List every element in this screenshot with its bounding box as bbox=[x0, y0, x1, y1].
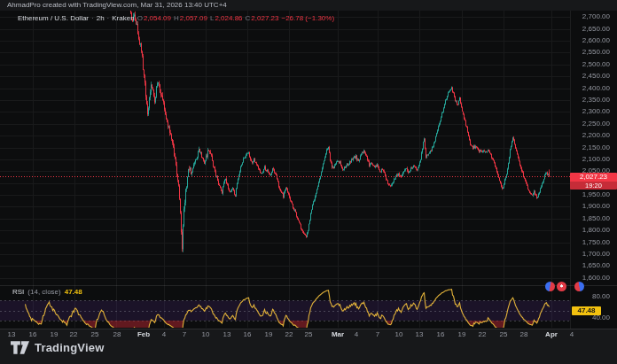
symbol-title: Ethereum / U.S. Dollar bbox=[18, 14, 89, 22]
time-axis-label: 10 bbox=[395, 330, 403, 338]
watermark-attribution: AhmadPro created with TradingView.com, M… bbox=[7, 1, 227, 9]
time-axis-label: 4 bbox=[355, 330, 358, 338]
time-axis-label: 7 bbox=[183, 330, 186, 338]
time-axis-label: 13 bbox=[416, 330, 424, 338]
time-axis-label: 28 bbox=[520, 330, 528, 338]
time-axis-label: 16 bbox=[437, 330, 445, 338]
axis-separator bbox=[0, 329, 617, 329]
tradingview-logo-icon bbox=[11, 341, 29, 354]
rsi-value-label: 47.48 bbox=[572, 306, 601, 315]
time-axis[interactable]: 131619222528Feb47101316192225Mar47101316… bbox=[0, 0, 617, 364]
time-axis-label: 7 bbox=[376, 330, 379, 338]
reaction-icons[interactable] bbox=[545, 282, 584, 291]
time-axis-label: 28 bbox=[113, 330, 121, 338]
close-value: C2,027.23 bbox=[246, 14, 279, 22]
time-axis-label: 25 bbox=[500, 330, 508, 338]
last-price-label: 2,027.23 19:20 bbox=[570, 173, 617, 190]
time-axis-label: 13 bbox=[8, 330, 16, 338]
time-axis-label: 25 bbox=[91, 330, 99, 338]
pane-separator[interactable] bbox=[0, 285, 617, 286]
reaction-red-blue-icon[interactable] bbox=[574, 282, 584, 291]
reaction-red-dot-icon[interactable] bbox=[557, 282, 566, 291]
low-value: L2,024.86 bbox=[210, 14, 243, 22]
rsi-indicator-legend[interactable]: RSI (14, close) 47.48 bbox=[12, 288, 82, 296]
time-axis-label: 22 bbox=[479, 330, 487, 338]
rsi-title: RSI bbox=[12, 288, 24, 296]
time-axis-label: 13 bbox=[223, 330, 231, 338]
last-price-value: 2,027.23 bbox=[570, 173, 617, 182]
interval-label: 2h bbox=[97, 14, 105, 22]
time-axis-label: 19 bbox=[51, 330, 59, 338]
rsi-current-value: 47.48 bbox=[65, 288, 82, 296]
time-axis-label: 22 bbox=[70, 330, 78, 338]
time-axis-label: 25 bbox=[305, 330, 313, 338]
legend-separator: · bbox=[107, 14, 110, 22]
time-axis-label: Mar bbox=[332, 330, 344, 338]
time-axis-label: 22 bbox=[285, 330, 293, 338]
tradingview-snapshot: AhmadPro created with TradingView.com, M… bbox=[0, 0, 617, 364]
exchange-label: Kraken bbox=[112, 14, 134, 22]
time-axis-label: Apr bbox=[545, 330, 558, 338]
tradingview-logo-text: TradingView bbox=[35, 341, 105, 354]
time-axis-label: 4 bbox=[162, 330, 166, 338]
rsi-scale-label-80: 80.00 bbox=[571, 292, 615, 300]
change-value: −26.78 (−1.30%) bbox=[281, 14, 334, 22]
time-axis-label: 16 bbox=[29, 330, 37, 338]
time-axis-label: 10 bbox=[202, 330, 210, 338]
bar-countdown: 19:20 bbox=[570, 182, 617, 190]
time-axis-label: 16 bbox=[244, 330, 252, 338]
reaction-blue-red-icon[interactable] bbox=[545, 282, 555, 291]
time-axis-label: 4 bbox=[570, 330, 574, 338]
open-value: O2,054.09 bbox=[137, 14, 171, 22]
time-axis-label: 19 bbox=[265, 330, 273, 338]
time-axis-label: Feb bbox=[137, 330, 150, 338]
tradingview-logo[interactable]: TradingView bbox=[11, 341, 105, 354]
symbol-legend[interactable]: Ethereum / U.S. Dollar · 2h · Kraken O2,… bbox=[18, 14, 334, 22]
rsi-params: (14, close) bbox=[27, 288, 60, 296]
legend-separator: · bbox=[91, 14, 94, 22]
high-value: H2,057.09 bbox=[174, 14, 207, 22]
time-axis-label: 19 bbox=[458, 330, 466, 338]
